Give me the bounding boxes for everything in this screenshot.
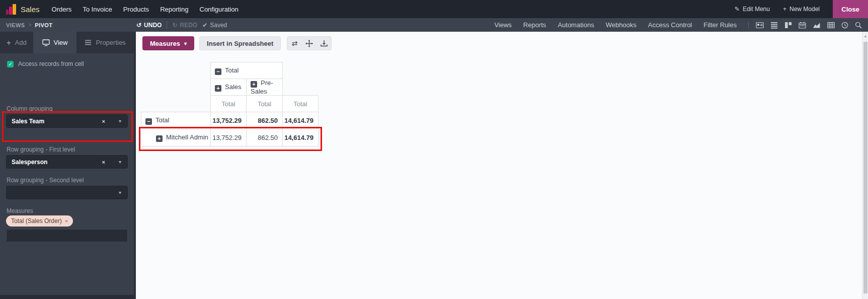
undo-button[interactable]: ↺ UNDO bbox=[136, 22, 162, 29]
measures-label: Measures bbox=[7, 207, 33, 214]
tab-properties[interactable]: Properties bbox=[76, 32, 134, 53]
pivot-action-group: ⇄ bbox=[287, 36, 332, 50]
scrollbar-thumb[interactable] bbox=[863, 42, 867, 293]
row-header-mitchell-admin[interactable]: +Mitchell Admin bbox=[141, 129, 211, 146]
activity-view-icon[interactable] bbox=[841, 22, 848, 29]
pivot-toolbar: Measures ▾ Insert in Spreadsheet ⇄ bbox=[142, 36, 332, 50]
access-records-label: Access records from cell bbox=[18, 60, 84, 67]
studio-menu-access-control[interactable]: Access Control bbox=[648, 21, 692, 29]
odoo-logo-icon bbox=[6, 4, 16, 15]
form-view-icon[interactable] bbox=[756, 22, 764, 29]
row-header-total[interactable]: −Total bbox=[141, 112, 211, 129]
breadcrumb-views[interactable]: VIEWS bbox=[6, 22, 25, 28]
menu-products[interactable]: Products bbox=[123, 6, 149, 13]
row-grouping-second-select[interactable]: ▾ bbox=[6, 186, 128, 199]
expand-icon[interactable]: + bbox=[251, 81, 257, 88]
pivot-cell[interactable]: 14,614.79 bbox=[283, 112, 319, 129]
view-switcher-icons bbox=[748, 22, 862, 29]
scroll-up-icon[interactable]: ▲ bbox=[862, 34, 868, 38]
check-icon: ✔ bbox=[202, 22, 207, 29]
new-model-button[interactable]: + New Model bbox=[783, 6, 820, 13]
vertical-scrollbar[interactable]: ▲ bbox=[862, 32, 868, 299]
measures-input[interactable] bbox=[6, 229, 128, 242]
caret-down-icon: ▾ bbox=[119, 159, 121, 165]
breadcrumb-pivot: PIVOT bbox=[35, 22, 52, 28]
pivot-table-wrap: −Total +Sales +Pre-Sales Total bbox=[141, 62, 319, 146]
menu-orders[interactable]: Orders bbox=[52, 6, 72, 13]
close-button[interactable]: Close bbox=[833, 0, 868, 18]
plus-icon: + bbox=[783, 6, 786, 13]
breadcrumb: VIEWS > PIVOT bbox=[0, 22, 136, 28]
download-icon[interactable] bbox=[317, 37, 331, 50]
undo-redo-cluster: ↺ UNDO ↻ REDO ✔ Saved bbox=[136, 21, 227, 29]
access-records-checkbox[interactable]: ✓ bbox=[7, 61, 14, 67]
app-name[interactable]: Sales bbox=[21, 5, 40, 14]
column-group-header[interactable]: −Total bbox=[211, 62, 283, 79]
calendar-view-icon[interactable] bbox=[799, 22, 806, 29]
column-subgroup-presales[interactable]: +Pre-Sales bbox=[247, 79, 283, 96]
studio-menu-views[interactable]: Views bbox=[494, 21, 511, 29]
row-grouping-first-label: Row grouping - First level bbox=[7, 146, 75, 153]
pivot-header-subgroup-row: +Sales +Pre-Sales bbox=[141, 79, 319, 96]
studio-menu-reports[interactable]: Reports bbox=[523, 21, 546, 29]
pivot-cell[interactable]: 862.50 bbox=[247, 129, 283, 146]
tab-add[interactable]: + Add bbox=[0, 32, 33, 53]
clear-icon[interactable]: × bbox=[102, 159, 105, 165]
studio-menu-filter-rules[interactable]: Filter Rules bbox=[703, 21, 737, 29]
column-subgroup-sales[interactable]: +Sales bbox=[211, 79, 247, 96]
graph-view-icon[interactable] bbox=[813, 22, 821, 29]
studio-menu-webhooks[interactable]: Webhooks bbox=[606, 21, 637, 29]
pivot-row-mitchell-admin: +Mitchell Admin 13,752.29 862.50 14,614.… bbox=[141, 129, 319, 146]
pencil-icon: ✎ bbox=[735, 6, 740, 13]
studio-pivot-editor: Sales Orders To Invoice Products Reporti… bbox=[0, 0, 868, 299]
measure-tag[interactable]: Total (Sales Order) × bbox=[6, 215, 73, 227]
pivot-table: −Total +Sales +Pre-Sales Total bbox=[141, 62, 319, 146]
measure-header[interactable]: Total bbox=[247, 96, 283, 112]
pivot-header-group-row: −Total bbox=[141, 62, 319, 79]
menu-reporting[interactable]: Reporting bbox=[160, 6, 188, 13]
search-icon[interactable] bbox=[855, 22, 862, 29]
pivot-cell[interactable]: 13,752.29 bbox=[211, 112, 247, 129]
insert-in-spreadsheet-button[interactable]: Insert in Spreadsheet bbox=[199, 36, 281, 50]
studio-bar: VIEWS > PIVOT ↺ UNDO ↻ REDO ✔ Saved View… bbox=[0, 18, 868, 32]
column-grouping-select[interactable]: Sales Team × ▾ bbox=[6, 114, 128, 128]
expand-icon[interactable]: + bbox=[215, 85, 221, 92]
row-grouping-first-select[interactable]: Salesperson × ▾ bbox=[6, 155, 128, 169]
tab-view[interactable]: View bbox=[33, 32, 76, 53]
menu-to-invoice[interactable]: To Invoice bbox=[83, 6, 112, 13]
breadcrumb-separator: > bbox=[28, 22, 31, 28]
column-grouping-label: Column grouping bbox=[7, 105, 52, 112]
redo-icon: ↻ bbox=[172, 22, 177, 29]
edit-menu-button[interactable]: ✎ Edit Menu bbox=[735, 6, 770, 13]
access-records-row: ✓ Access records from cell bbox=[7, 60, 84, 67]
caret-down-icon: ▾ bbox=[119, 118, 121, 124]
remove-tag-icon[interactable]: × bbox=[65, 218, 68, 224]
expand-all-icon[interactable] bbox=[302, 37, 317, 50]
collapse-icon[interactable]: − bbox=[215, 68, 221, 75]
move-arrows-icon bbox=[305, 40, 313, 47]
clear-icon[interactable]: × bbox=[102, 118, 105, 124]
undo-icon: ↺ bbox=[136, 22, 141, 29]
kanban-view-icon[interactable] bbox=[784, 22, 792, 29]
studio-menu-automations[interactable]: Automations bbox=[558, 21, 594, 29]
collapse-icon[interactable]: − bbox=[145, 118, 152, 125]
pivot-view-area: Measures ▾ Insert in Spreadsheet ⇄ bbox=[136, 32, 862, 299]
measure-header[interactable]: Total bbox=[211, 96, 247, 112]
redo-button[interactable]: ↻ REDO bbox=[172, 22, 197, 29]
studio-sidebar: + Add View Properties ✓ Acc bbox=[0, 32, 136, 299]
pivot-view-icon[interactable] bbox=[827, 22, 835, 29]
pivot-cell[interactable]: 13,752.29 bbox=[211, 129, 247, 146]
expand-icon[interactable]: + bbox=[156, 135, 163, 142]
studio-bar-right: Views Reports Automations Webhooks Acces… bbox=[494, 21, 868, 29]
plus-icon: + bbox=[7, 39, 11, 47]
pivot-cell[interactable]: 14,614.79 bbox=[283, 129, 319, 146]
measure-header[interactable]: Total bbox=[283, 96, 319, 112]
sidebar-tabs: + Add View Properties bbox=[0, 32, 134, 53]
menu-configuration[interactable]: Configuration bbox=[200, 6, 239, 13]
saved-status: ✔ Saved bbox=[202, 22, 227, 29]
measures-button[interactable]: Measures ▾ bbox=[142, 36, 194, 50]
topbar-right: ✎ Edit Menu + New Model Close bbox=[735, 0, 868, 18]
pivot-cell[interactable]: 862.50 bbox=[247, 112, 283, 129]
flip-axis-icon[interactable]: ⇄ bbox=[287, 37, 302, 50]
list-view-icon[interactable] bbox=[770, 22, 778, 29]
